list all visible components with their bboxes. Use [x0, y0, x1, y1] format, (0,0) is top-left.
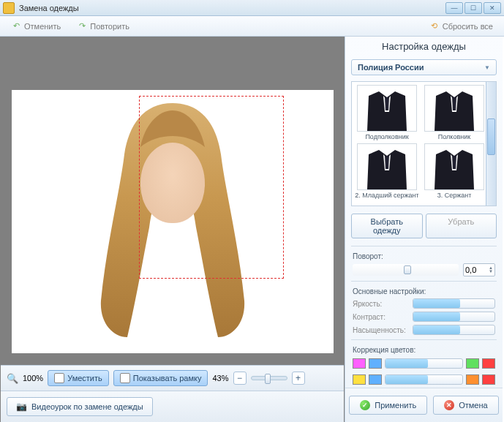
side-title: Настройка одежды	[345, 37, 503, 56]
canvas-image[interactable]	[12, 90, 334, 353]
zoom-slider[interactable]	[251, 376, 287, 380]
selection-frame[interactable]	[139, 96, 284, 279]
canvas-footer: 📷 Видеоурок по замене одежды	[1, 391, 344, 422]
contrast-slider[interactable]	[413, 312, 495, 322]
rotation-value: 0,0	[465, 265, 476, 274]
color-row	[353, 358, 495, 369]
thumbnail-grid: Подполковник Полковник 2. Младший сержан…	[351, 81, 497, 206]
close-button[interactable]: ✕	[484, 2, 501, 14]
zoom1-value: 100%	[23, 374, 43, 383]
fit-icon	[54, 373, 64, 383]
side-panel: Настройка одежды Полиция России ▼ Подпол…	[345, 37, 503, 422]
main-settings-label: Основные настройки:	[353, 287, 495, 295]
window-title: Замена одежды	[19, 4, 445, 12]
thumb-label: Подполковник	[365, 133, 408, 140]
fit-button[interactable]: Уместить	[48, 370, 109, 386]
reset-button[interactable]: ⟲ Сбросить все	[424, 18, 498, 34]
thumb-image	[357, 85, 417, 132]
magnifier-icon: 🔍	[7, 373, 18, 384]
cancel-button[interactable]: ✕ Отмена	[433, 396, 498, 415]
color-swatch[interactable]	[369, 358, 382, 369]
category-select[interactable]: Полиция России ▼	[351, 59, 497, 75]
video-button[interactable]: 📷 Видеоурок по замене одежды	[7, 397, 153, 416]
remove-button[interactable]: Убрать	[426, 214, 497, 238]
color-row-2	[353, 374, 495, 385]
saturation-row: Насыщенность:	[353, 325, 495, 335]
scroll-thumb[interactable]	[487, 118, 495, 155]
undo-button[interactable]: ↶ Отменить	[6, 18, 66, 34]
cancel-label: Отмена	[459, 401, 487, 410]
brightness-slider[interactable]	[413, 298, 495, 309]
brightness-row: Яркость:	[353, 298, 495, 309]
rotation-label: Поворот:	[353, 252, 495, 260]
apply-button[interactable]: ✓ Применить	[349, 396, 427, 415]
reset-label: Сбросить все	[443, 22, 493, 31]
show-frame-button[interactable]: Показывать рамку	[113, 370, 208, 386]
brightness-label: Яркость:	[353, 300, 408, 308]
spin-arrows-icon[interactable]: ▲▼	[489, 266, 493, 274]
thumb-item[interactable]: 3. Сержант	[422, 143, 486, 199]
color-swatch[interactable]	[466, 374, 479, 385]
undo-label: Отменить	[24, 22, 61, 31]
titlebar: Замена одежды — ☐ ✕	[0, 0, 504, 16]
rotation-knob[interactable]	[404, 265, 411, 274]
contrast-row: Контраст:	[353, 312, 495, 322]
minimize-button[interactable]: —	[445, 2, 463, 14]
show-frame-label: Показывать рамку	[133, 374, 202, 383]
color-correction-label: Коррекция цветов:	[353, 346, 495, 354]
color-swatch[interactable]	[482, 358, 495, 369]
saturation-label: Насыщенность:	[353, 326, 408, 334]
canvas-wrap	[1, 37, 344, 365]
maximize-button[interactable]: ☐	[464, 2, 482, 14]
color-swatch[interactable]	[482, 374, 495, 385]
check-icon: ✓	[360, 400, 370, 410]
fit-label: Уместить	[67, 374, 102, 383]
zoom-slider-knob[interactable]	[265, 374, 271, 384]
action-row: Выбрать одежду Убрать	[351, 214, 497, 238]
app-icon	[3, 2, 15, 14]
redo-label: Повторить	[90, 22, 129, 31]
chevron-down-icon: ▼	[484, 64, 490, 71]
redo-button[interactable]: ↷ Повторить	[72, 18, 135, 34]
color-swatch[interactable]	[353, 374, 366, 385]
saturation-slider[interactable]	[413, 325, 495, 335]
zoom2-value: 43%	[212, 374, 228, 383]
color-slider-1[interactable]	[385, 358, 463, 369]
thumb-item[interactable]: 2. Младший сержант	[355, 143, 419, 199]
contrast-label: Контраст:	[353, 313, 408, 321]
thumb-label: 3. Сержант	[437, 192, 472, 199]
apply-label: Применить	[375, 401, 416, 410]
camera-icon: 📷	[16, 402, 27, 412]
uniform-icon	[361, 148, 413, 189]
cross-icon: ✕	[444, 400, 454, 410]
toolbar: ↶ Отменить ↷ Повторить ⟲ Сбросить все	[0, 16, 504, 37]
thumb-label: 2. Младший сержант	[355, 192, 418, 199]
color-swatch[interactable]	[466, 358, 479, 369]
reset-icon: ⟲	[429, 21, 440, 31]
color-swatch[interactable]	[369, 374, 382, 385]
rotation-slider[interactable]	[353, 264, 459, 276]
main-area: 🔍 100% Уместить Показывать рамку 43% − +…	[0, 37, 504, 422]
frame-icon	[120, 373, 130, 383]
uniform-icon	[361, 90, 413, 131]
uniform-icon	[429, 148, 480, 189]
zoom-out-button[interactable]: −	[233, 372, 247, 385]
window-buttons: — ☐ ✕	[445, 2, 501, 14]
thumb-item[interactable]: Подполковник	[355, 85, 419, 140]
thumb-image	[424, 85, 484, 132]
video-label: Видеоурок по замене одежды	[31, 402, 143, 411]
color-swatch[interactable]	[353, 358, 366, 369]
dialog-footer: ✓ Применить ✕ Отмена	[345, 388, 503, 422]
color-slider-2[interactable]	[385, 374, 463, 385]
thumbs-scrollbar[interactable]	[486, 82, 496, 206]
choose-button[interactable]: Выбрать одежду	[351, 214, 423, 238]
zoom-in-button[interactable]: +	[292, 372, 305, 385]
rotation-spinbox[interactable]: 0,0 ▲▼	[463, 263, 495, 276]
thumb-item[interactable]: Полковник	[422, 85, 486, 140]
thumb-image	[357, 143, 417, 190]
canvas-bottom-bar: 🔍 100% Уместить Показывать рамку 43% − +	[1, 365, 344, 391]
redo-icon: ↷	[77, 21, 87, 31]
thumb-label: Полковник	[438, 133, 470, 140]
canvas-panel: 🔍 100% Уместить Показывать рамку 43% − +…	[0, 37, 345, 422]
undo-icon: ↶	[11, 21, 21, 31]
